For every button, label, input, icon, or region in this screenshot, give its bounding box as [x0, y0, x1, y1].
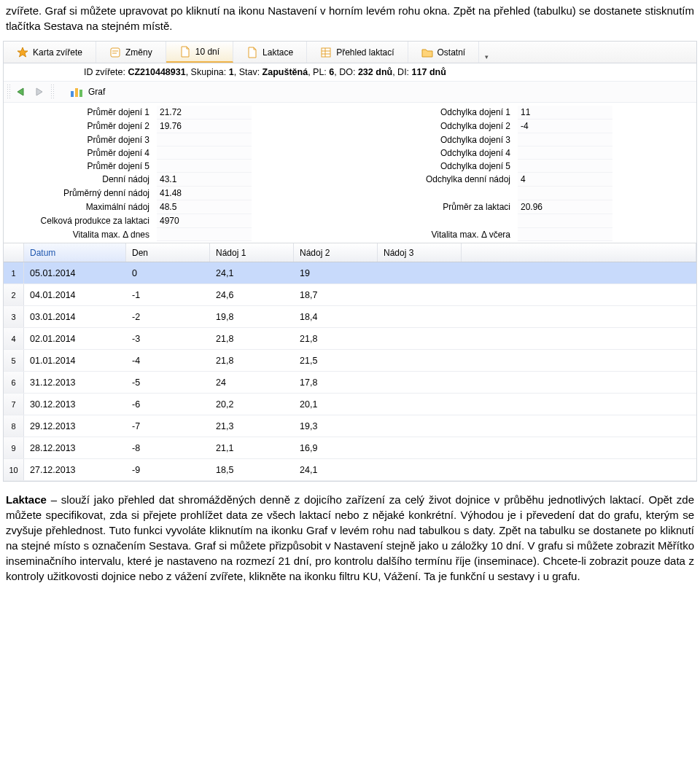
row-header: 8	[4, 415, 24, 437]
cell-den: 0	[126, 268, 210, 278]
column-header[interactable]: Nádoj 1	[210, 243, 294, 262]
tabs-overflow-button[interactable]: ▾	[479, 42, 494, 63]
nav-prev-button[interactable]	[15, 86, 28, 98]
stat-label: Odchylka dojení 3	[335, 133, 518, 146]
row-header: 1	[4, 262, 24, 283]
tab-label: Změny	[125, 47, 152, 58]
table-row[interactable]: 501.01.2014-421,821,5	[4, 350, 696, 372]
table-row[interactable]: 829.12.2013-721,319,3	[4, 415, 696, 437]
tab-laktace[interactable]: Laktace	[233, 42, 307, 63]
table-row[interactable]: 928.12.2013-821,116,9	[4, 437, 696, 459]
spacer	[252, 133, 335, 146]
tab-label: 10 dní	[195, 47, 219, 57]
cell-nadoj1: 21,1	[210, 443, 294, 453]
folder-icon	[421, 47, 433, 58]
animal-info-line: ID zvířete: CZ210448931, Skupina: 1, Sta…	[4, 63, 696, 82]
info-di: 117 dnů	[412, 67, 446, 77]
graf-button-label: Graf	[88, 87, 105, 97]
stat-label: Celková produkce za laktaci	[4, 214, 157, 228]
stat-label: Vitalita max. Δ dnes	[4, 228, 157, 241]
column-header[interactable]	[4, 243, 24, 262]
stat-value: 19.76	[157, 120, 252, 133]
svg-marker-8	[18, 88, 23, 95]
cell-nadoj2: 19,3	[294, 421, 378, 431]
spacer	[612, 146, 696, 160]
drag-handle-icon[interactable]	[7, 84, 11, 100]
info-sep5: , DI:	[392, 67, 411, 77]
svg-rect-1	[111, 48, 120, 57]
tab-label: Přehled laktací	[336, 47, 394, 58]
column-header[interactable]: Nádoj 2	[294, 243, 378, 262]
cell-den: -3	[126, 334, 210, 344]
table-row[interactable]: 303.01.2014-219,818,4	[4, 306, 696, 328]
svg-marker-9	[36, 88, 42, 95]
svg-marker-0	[18, 47, 28, 57]
stat-label: Průměrný denní nádoj	[4, 187, 157, 200]
page-icon	[179, 46, 191, 58]
svg-rect-12	[79, 90, 82, 97]
row-header: 9	[4, 437, 24, 458]
table-row[interactable]: 631.12.2013-52417,8	[4, 372, 696, 394]
outro-paragraph: Laktace – slouží jako přehled dat shromá…	[0, 482, 700, 591]
info-stav: Zapuštěná	[262, 67, 308, 77]
stat-label: Průměr dojení 5	[4, 160, 157, 173]
spacer	[252, 228, 335, 241]
info-sep1: , Skupina:	[186, 67, 229, 77]
column-header[interactable]: Nádoj 3	[378, 243, 462, 262]
stat-label	[335, 214, 518, 228]
drag-handle-icon[interactable]	[50, 84, 55, 100]
stat-label: Odchylka dojení 1	[335, 106, 518, 120]
nav-next-button[interactable]	[33, 86, 46, 98]
sheet-icon	[320, 47, 332, 58]
cell-datum: 05.01.2014	[24, 268, 126, 278]
spacer	[252, 214, 335, 228]
table-row[interactable]: 402.01.2014-321,821,8	[4, 328, 696, 350]
cell-datum: 31.12.2013	[24, 377, 126, 388]
stat-label: Odchylka dojení 5	[335, 160, 518, 173]
info-sep4: , DO:	[334, 67, 358, 77]
stat-value: 4970	[157, 214, 252, 228]
stat-label: Maximální nádoj	[4, 200, 157, 214]
note-icon	[109, 47, 121, 58]
tab-10-dní[interactable]: 10 dní	[166, 42, 233, 63]
column-header[interactable]: Datum	[24, 243, 126, 262]
cell-den: -6	[126, 399, 210, 410]
cell-den: -5	[126, 377, 210, 388]
cell-den: -9	[126, 465, 210, 475]
intro-paragraph: zvířete. Graf si můžete upravovat po kli…	[0, 0, 700, 41]
stat-value: 4	[518, 173, 612, 187]
tab-změny[interactable]: Změny	[96, 42, 166, 63]
header-filler	[462, 243, 696, 262]
table-row[interactable]: 105.01.2014024,119	[4, 262, 696, 284]
chart-icon	[69, 85, 84, 98]
row-header: 5	[4, 350, 24, 371]
spacer	[252, 120, 335, 133]
tab-ostatní[interactable]: Ostatní	[408, 42, 480, 63]
page-icon	[246, 47, 258, 58]
tab-label: Karta zvířete	[33, 47, 82, 58]
cell-datum: 29.12.2013	[24, 421, 126, 431]
table-row[interactable]: 730.12.2013-620,220,1	[4, 394, 696, 415]
table-row[interactable]: 1027.12.2013-918,524,1	[4, 459, 696, 481]
tab-přehled-laktací[interactable]: Přehled laktací	[307, 42, 408, 63]
stat-label: Vitalita max. Δ včera	[335, 228, 518, 241]
data-table-body: 105.01.2014024,119204.01.2014-124,618,73…	[4, 262, 696, 481]
cell-datum: 04.01.2014	[24, 290, 126, 300]
table-row[interactable]: 204.01.2014-124,618,7	[4, 284, 696, 306]
column-header[interactable]: Den	[126, 243, 210, 262]
spacer	[612, 187, 696, 200]
cell-nadoj1: 24	[210, 377, 294, 388]
spacer	[252, 187, 335, 200]
stats-panel: Průměr dojení 121.72Odchylka dojení 111P…	[4, 103, 696, 243]
cell-nadoj1: 21,8	[210, 356, 294, 366]
row-header: 3	[4, 306, 24, 327]
spacer	[612, 200, 696, 214]
graf-button[interactable]: Graf	[63, 84, 111, 100]
stat-value: 41.48	[157, 187, 252, 200]
cell-datum: 02.01.2014	[24, 334, 126, 344]
cell-nadoj2: 16,9	[294, 443, 378, 453]
cell-nadoj2: 24,1	[294, 465, 378, 475]
tab-karta-zvířete[interactable]: Karta zvířete	[4, 42, 96, 63]
spacer	[252, 146, 335, 160]
stat-label: Odchylka denní nádoj	[335, 173, 518, 187]
